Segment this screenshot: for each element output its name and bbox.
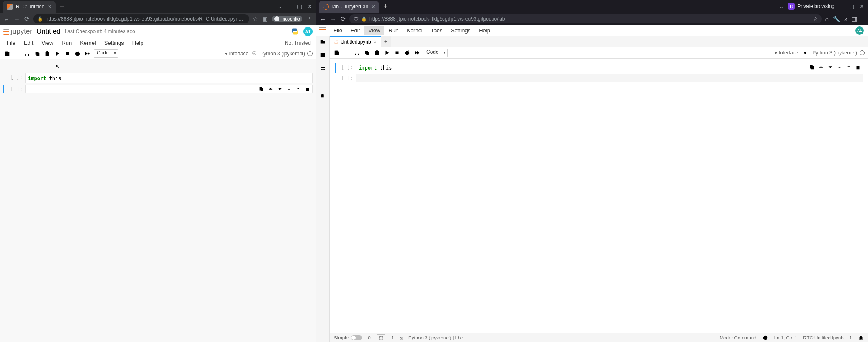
duplicate-cell-icon[interactable] <box>258 86 264 92</box>
simple-toggle[interactable]: Simple <box>334 335 362 340</box>
maximize-icon[interactable]: ▢ <box>297 3 302 10</box>
menu-help[interactable]: Help <box>475 26 494 35</box>
back-icon[interactable]: ← <box>3 16 10 23</box>
code-cell[interactable]: [ ]: <box>335 74 863 82</box>
star-icon[interactable]: ☆ <box>813 16 818 22</box>
user-avatar[interactable]: AT <box>303 27 313 36</box>
back-icon[interactable]: ← <box>320 16 326 23</box>
kernel-indicator[interactable]: Python 3 (ipykernel) <box>812 50 865 56</box>
menu-view[interactable]: View <box>364 26 384 35</box>
move-up-icon[interactable] <box>268 86 274 92</box>
toc-icon[interactable] <box>320 79 326 85</box>
close-window-icon[interactable]: ✕ <box>307 3 313 10</box>
notebook-tab[interactable]: Untitled.ipynb × <box>330 36 381 47</box>
menu-help[interactable]: Help <box>129 39 147 47</box>
menu-run[interactable]: Run <box>58 39 75 47</box>
code-cell[interactable]: [ ]: import this <box>335 63 863 73</box>
kernel-status[interactable]: Python 3 (ipykernel) | Idle <box>408 335 463 340</box>
cut-button[interactable] <box>353 49 361 57</box>
maximize-icon[interactable]: ▢ <box>849 3 855 10</box>
close-window-icon[interactable]: ✕ <box>859 3 865 10</box>
interface-switcher[interactable]: ▾ Interface <box>775 50 798 56</box>
save-button[interactable] <box>3 50 11 57</box>
pocket-icon[interactable]: ⌂ <box>825 16 829 22</box>
browser-tab[interactable]: RTC:Untitled × <box>3 1 56 13</box>
run-button[interactable] <box>54 50 61 57</box>
tab-close-icon[interactable]: × <box>48 3 51 10</box>
menu-kernel[interactable]: Kernel <box>403 26 426 35</box>
cursor-position[interactable]: Ln 1, Col 1 <box>774 335 798 340</box>
menu-settings[interactable]: Settings <box>101 39 127 47</box>
browser-tab[interactable]: lab - JupyterLab × <box>319 1 379 13</box>
tab-width[interactable]: 1 <box>850 335 852 340</box>
cell-type-select[interactable]: Code <box>94 49 118 58</box>
menu-edit[interactable]: Edit <box>21 39 36 47</box>
delete-cell-icon[interactable] <box>855 64 861 70</box>
move-down-icon[interactable] <box>277 86 283 92</box>
kernels-count-icon[interactable]: ⬚ <box>377 334 385 341</box>
insert-above-icon[interactable] <box>837 64 842 70</box>
delete-cell-icon[interactable] <box>305 86 310 92</box>
move-down-icon[interactable] <box>827 64 833 70</box>
add-cell-button[interactable] <box>343 49 351 57</box>
tab-close-icon[interactable]: × <box>372 3 375 10</box>
move-up-icon[interactable] <box>818 64 824 70</box>
minimize-icon[interactable]: — <box>287 3 292 10</box>
menu-edit[interactable]: Edit <box>347 26 364 35</box>
cell-editor[interactable]: import this <box>356 63 863 73</box>
install-icon[interactable]: ▣ <box>262 16 268 22</box>
notification-icon[interactable] <box>858 335 864 341</box>
share-icon[interactable]: ⎘ <box>400 335 403 340</box>
code-cell[interactable]: [ ]: import this <box>3 73 313 83</box>
code-cell[interactable]: [ ]: <box>3 85 313 93</box>
jupyter-logo[interactable]: jupyter <box>3 27 32 36</box>
settings-icon[interactable] <box>801 49 809 57</box>
new-tab-button[interactable]: + <box>379 2 392 11</box>
kernels-count[interactable]: 1 <box>391 335 394 340</box>
add-cell-button[interactable] <box>13 50 21 57</box>
forward-icon[interactable]: → <box>14 16 20 23</box>
debugger-icon[interactable]: ⦿ <box>252 51 257 57</box>
jupyter-logo-icon[interactable] <box>319 27 326 34</box>
minimize-icon[interactable]: — <box>839 3 845 10</box>
restart-button[interactable] <box>403 49 411 57</box>
new-tab-button[interactable]: + <box>56 2 69 11</box>
terminals-count[interactable]: 0 <box>368 335 370 340</box>
trusted-indicator[interactable]: Not Trusted <box>285 40 313 46</box>
menu-kernel[interactable]: Kernel <box>77 39 99 47</box>
forward-icon[interactable]: → <box>330 16 336 23</box>
run-all-button[interactable] <box>84 50 91 57</box>
new-launcher-button[interactable]: + <box>381 36 391 47</box>
tab-search-icon[interactable]: ⌄ <box>277 3 282 10</box>
filebrowser-icon[interactable] <box>320 39 326 44</box>
running-icon[interactable] <box>320 52 326 58</box>
insert-above-icon[interactable] <box>286 86 292 92</box>
paste-button[interactable] <box>373 49 381 57</box>
document-name[interactable]: RTC:Untitled.ipynb <box>803 335 843 340</box>
menu-view[interactable]: View <box>38 39 57 47</box>
kernel-indicator[interactable]: Python 3 (ipykernel) <box>260 51 313 57</box>
stop-button[interactable] <box>64 50 71 57</box>
cut-button[interactable] <box>23 50 31 57</box>
extensions-icon[interactable] <box>320 92 326 98</box>
sidebar-icon[interactable]: ▥ <box>852 16 857 22</box>
menu-settings[interactable]: Settings <box>447 26 474 35</box>
shield-icon[interactable]: 🛡 <box>354 16 359 22</box>
tab-list-icon[interactable]: ⌄ <box>779 3 784 10</box>
menu-tabs[interactable]: Tabs <box>427 26 446 35</box>
copy-button[interactable] <box>363 49 371 57</box>
stop-button[interactable] <box>393 49 401 57</box>
interface-switcher[interactable]: ▾ Interface <box>225 51 248 57</box>
url-input[interactable]: 🛡 🔒 https://8888-jtpio-notebook-ifklg5cg… <box>349 14 822 23</box>
cell-editor[interactable] <box>25 85 313 93</box>
firefox-menu-icon[interactable]: ≡ <box>861 16 865 22</box>
cell-editor[interactable]: import this <box>25 73 313 83</box>
chrome-menu-icon[interactable]: ⋮ <box>307 16 313 22</box>
overflow-icon[interactable]: » <box>844 16 847 22</box>
insert-below-icon[interactable] <box>295 86 301 92</box>
reload-icon[interactable]: ⟳ <box>24 15 30 23</box>
insert-below-icon[interactable] <box>846 64 852 70</box>
copy-button[interactable] <box>34 50 41 57</box>
paste-button[interactable] <box>44 50 51 57</box>
save-button[interactable] <box>333 49 341 57</box>
